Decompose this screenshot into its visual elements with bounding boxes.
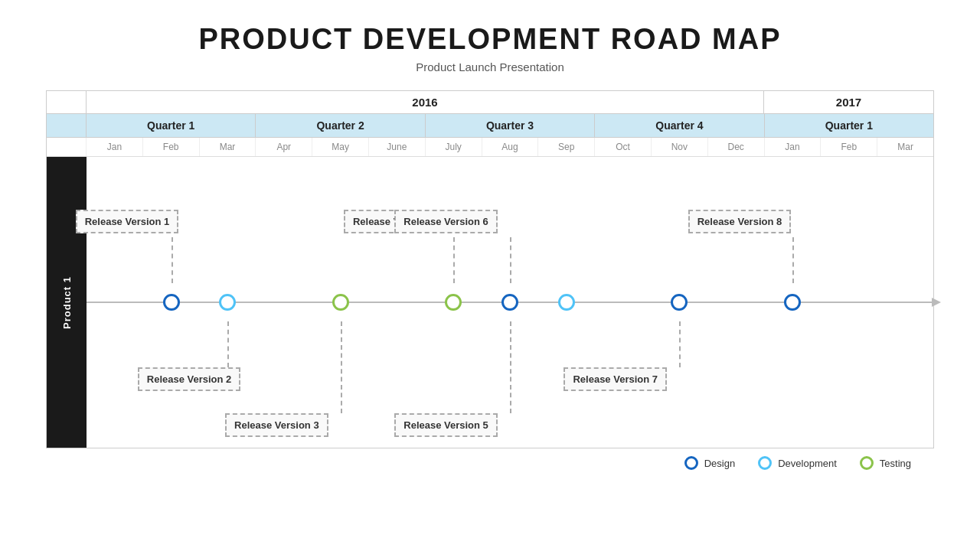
v-connector [679,321,681,367]
quarter-1-2016: Quarter 1 [87,114,256,137]
month-june: June [369,138,426,156]
month-mar: Mar [200,138,256,156]
quarter-1-2017: Quarter 1 [765,114,933,137]
timeline-canvas: Release Version 1Release Version 2Releas… [87,157,933,448]
milestone-design [163,294,180,311]
month-aug: Aug [482,138,539,156]
release-box: Release Version 1 [76,210,179,233]
subtitle: Product Launch Presentation [416,60,564,73]
release-box: Release Version 7 [564,367,667,391]
release-box: Release Version 8 [688,210,792,233]
month-nov: Nov [652,138,708,156]
month-feb2: Feb [821,138,877,156]
milestone-design [501,294,518,311]
release-box: Release Version 2 [138,367,241,391]
legend-testing-label: Testing [880,458,911,469]
release-box: Release Version 6 [394,210,498,233]
month-july: July [426,138,482,156]
month-dec: Dec [708,138,765,156]
product-label-text: Product 1 [61,276,73,329]
legend-design-label: Design [704,458,735,469]
milestone-testing [445,294,462,311]
legend-development-icon [758,456,772,470]
v-connector [227,321,229,367]
year-row: 2016 2017 [47,91,933,114]
milestone-design [784,294,801,311]
v-connector [792,237,794,283]
v-connector [341,321,342,413]
v-connector [453,237,455,283]
month-apr: Apr [256,138,312,156]
product-label: Product 1 [47,157,87,448]
v-connector [510,237,511,283]
legend-design: Design [684,456,735,470]
year-2016: 2016 [87,91,764,113]
month-feb1: Feb [143,138,200,156]
release-box: Release Version 5 [394,413,498,437]
timeline-area: Product 1 Release Version 1Release Versi… [47,157,933,448]
legend-design-icon [684,456,698,470]
legend: Design Development Testing [684,456,980,470]
page: PRODUCT DEVELOPMENT ROAD MAP Product Lau… [0,0,980,551]
milestone-testing [332,294,349,311]
month-oct: Oct [595,138,652,156]
roadmap-container: 2016 2017 Quarter 1 Quarter 2 Quarter 3 … [46,90,934,448]
release-box: Release Version 3 [225,413,328,437]
month-jan2: Jan [765,138,822,156]
quarter-3-2016: Quarter 3 [426,114,595,137]
quarter-spacer [47,114,87,137]
month-row: Jan Feb Mar Apr May June July Aug Sep Oc… [47,138,933,157]
v-connector [172,237,173,283]
year-2017: 2017 [764,91,933,113]
month-may: May [312,138,369,156]
month-spacer [47,138,87,156]
year-spacer [47,91,87,113]
legend-testing: Testing [860,456,911,470]
v-connector [510,321,511,413]
month-mar2: Mar [877,138,933,156]
main-title: PRODUCT DEVELOPMENT ROAD MAP [198,23,781,56]
legend-development-label: Development [778,458,837,469]
milestone-development [219,294,236,311]
quarter-row: Quarter 1 Quarter 2 Quarter 3 Quarter 4 … [47,114,933,138]
milestone-development [558,294,575,311]
month-jan1: Jan [87,138,143,156]
quarter-2-2016: Quarter 2 [256,114,425,137]
month-sep: Sep [538,138,595,156]
quarter-4-2016: Quarter 4 [595,114,764,137]
legend-development: Development [758,456,837,470]
milestone-design [671,294,688,311]
legend-testing-icon [860,456,874,470]
